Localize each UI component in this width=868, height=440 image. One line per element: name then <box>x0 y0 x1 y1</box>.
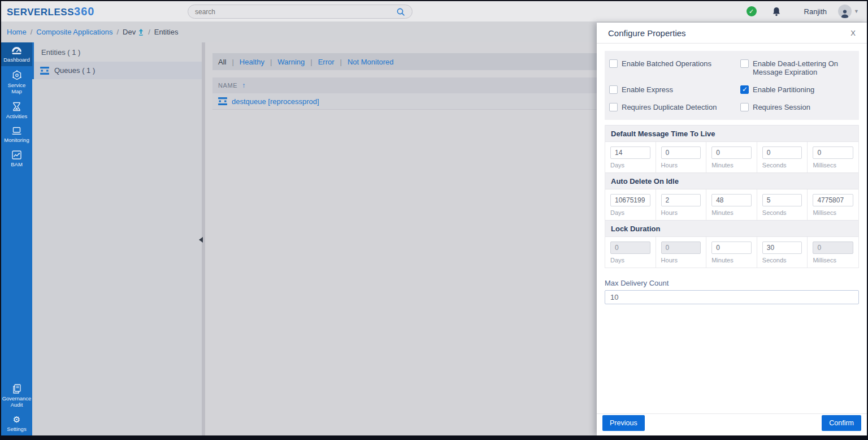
search-input[interactable] <box>195 8 396 16</box>
sidebar-item-label: Settings <box>7 426 26 432</box>
checkbox-section: Enable Batched Operations Enable Dead-Le… <box>605 51 859 120</box>
dialog-header: Configure Properties X <box>597 23 867 44</box>
column-name[interactable]: NAME <box>218 82 237 89</box>
app-window: SERVERLESS360 ✓ Ranjith <box>0 0 868 440</box>
checkbox-enable-express[interactable]: Enable Express <box>609 85 740 94</box>
sidebar-item-service-map[interactable]: Service Map <box>1 66 32 98</box>
lock-millisecs-input <box>813 241 853 254</box>
ttl-hours-input[interactable] <box>661 146 701 159</box>
breadcrumb-separator: / <box>116 28 119 36</box>
field-hours: Hours <box>656 142 707 172</box>
field-label: Days <box>610 209 650 216</box>
sidebar-item-activities[interactable]: Activities <box>1 98 32 123</box>
avatar-icon[interactable] <box>838 5 852 18</box>
field-seconds: Seconds <box>757 142 808 172</box>
entities-panel-header[interactable]: Entities ( 1 ) <box>32 42 202 62</box>
ttl-millisecs-input[interactable] <box>813 146 853 159</box>
close-icon[interactable]: X <box>850 29 856 37</box>
status-ok-icon[interactable]: ✓ <box>747 6 757 16</box>
checkbox-enable-dead-lettering[interactable]: Enable Dead-Lettering On Message Expirat… <box>740 59 854 76</box>
field-label: Hours <box>661 209 701 216</box>
filter-error[interactable]: Error <box>318 58 335 66</box>
promote-up-icon[interactable] <box>138 28 144 36</box>
queue-icon <box>218 97 227 105</box>
breadcrumb-composite-applications[interactable]: Composite Applications <box>36 28 112 36</box>
lock-seconds-input[interactable] <box>762 241 802 254</box>
sidebar-item-label: Activities <box>6 113 27 119</box>
field-label: Minutes <box>711 209 752 216</box>
field-seconds: Seconds <box>757 189 808 220</box>
checkbox-label: Requires Duplicate Detection <box>622 103 717 111</box>
breadcrumb-home[interactable]: Home <box>7 28 27 36</box>
checkbox[interactable] <box>609 85 618 94</box>
sidebar-item-settings[interactable]: ⚙ Settings <box>1 411 32 435</box>
user-menu[interactable]: ▼ <box>838 5 859 18</box>
search-icon[interactable] <box>396 7 405 16</box>
idle-minutes-input[interactable] <box>711 194 752 206</box>
checkbox[interactable] <box>609 103 618 111</box>
sidebar-item-label: Monitoring <box>4 137 29 143</box>
chevron-down-icon[interactable]: ▼ <box>854 8 859 14</box>
collapse-panel-icon[interactable] <box>199 237 203 243</box>
logo-text-serverless: SERVERLESS <box>7 7 74 18</box>
breadcrumb-entities: Entities <box>154 28 179 36</box>
checkbox[interactable] <box>609 59 618 68</box>
checkbox-label: Enable Dead-Lettering On Message Expirat… <box>753 59 851 76</box>
max-delivery-count-input[interactable] <box>605 290 859 304</box>
filter-separator: | <box>310 58 312 66</box>
filter-healthy[interactable]: Healthy <box>240 58 264 66</box>
monitor-icon <box>11 127 22 135</box>
entities-item-label: Queues ( 1 ) <box>54 66 95 75</box>
field-label: Minutes <box>711 162 752 169</box>
section-fields: Days Hours Minutes Seconds Millisecs <box>605 189 858 220</box>
dashboard-gauge-icon <box>11 46 22 55</box>
top-bar-right: ✓ Ranjith ▼ <box>747 1 859 21</box>
ttl-minutes-input[interactable] <box>711 146 752 159</box>
field-label: Seconds <box>762 162 802 169</box>
previous-button[interactable]: Previous <box>602 415 645 431</box>
field-hours: Hours <box>656 237 707 268</box>
filter-all[interactable]: All <box>218 58 226 66</box>
idle-seconds-input[interactable] <box>762 194 802 206</box>
filter-warning[interactable]: Warning <box>277 58 305 66</box>
checkbox-requires-duplicate-detection[interactable]: Requires Duplicate Detection <box>609 103 740 111</box>
idle-days-input[interactable] <box>610 194 650 206</box>
nav-sidebar: Dashboard Service Map Activities <box>1 42 32 435</box>
field-label: Hours <box>661 257 701 264</box>
checkbox-enable-batched-operations[interactable]: Enable Batched Operations <box>609 59 740 76</box>
field-minutes: Minutes <box>706 237 757 268</box>
filter-separator: | <box>270 58 272 66</box>
idle-hours-input[interactable] <box>661 194 701 206</box>
queue-icon <box>40 67 49 75</box>
filter-separator: | <box>340 58 342 66</box>
sidebar-item-governance-audit[interactable]: Governance Audit <box>1 380 32 411</box>
section-title-auto-delete-on-idle: Auto Delete On Idle <box>605 172 858 189</box>
checkbox-checked[interactable] <box>740 85 749 94</box>
entities-header-label: Entities ( 1 ) <box>41 48 80 57</box>
notifications-bell-icon[interactable] <box>771 6 782 17</box>
service-map-icon <box>12 70 22 80</box>
table-row[interactable]: destqueue [reprocessprod] <box>212 93 598 110</box>
sort-asc-icon[interactable]: ↑ <box>242 81 245 89</box>
idle-millisecs-input[interactable] <box>813 194 853 206</box>
field-seconds: Seconds <box>757 237 808 268</box>
global-search[interactable] <box>188 5 413 19</box>
queue-name-link[interactable]: destqueue [reprocessprod] <box>232 97 319 106</box>
section-title-default-message-ttl: Default Message Time To Live <box>605 125 858 142</box>
sidebar-item-dashboard[interactable]: Dashboard <box>1 42 32 66</box>
checkbox-enable-partitioning[interactable]: Enable Partitioning <box>740 85 854 94</box>
checkbox-requires-session[interactable]: Requires Session <box>740 103 854 111</box>
checkbox[interactable] <box>740 59 749 68</box>
field-millisecs: Millisecs <box>808 189 858 220</box>
checkbox[interactable] <box>740 103 749 111</box>
lock-minutes-input[interactable] <box>711 241 752 254</box>
confirm-button[interactable]: Confirm <box>822 415 861 431</box>
ttl-days-input[interactable] <box>610 146 650 159</box>
filter-not-monitored[interactable]: Not Monitored <box>348 58 394 66</box>
ttl-seconds-input[interactable] <box>762 146 802 159</box>
sidebar-item-bam[interactable]: BAM <box>1 146 32 171</box>
status-filter-bar: All | Healthy | Warning | Error | Not Mo… <box>212 53 598 70</box>
field-label: Seconds <box>762 257 802 264</box>
sidebar-item-monitoring[interactable]: Monitoring <box>1 123 32 146</box>
entities-item-queues[interactable]: Queues ( 1 ) <box>32 62 202 79</box>
